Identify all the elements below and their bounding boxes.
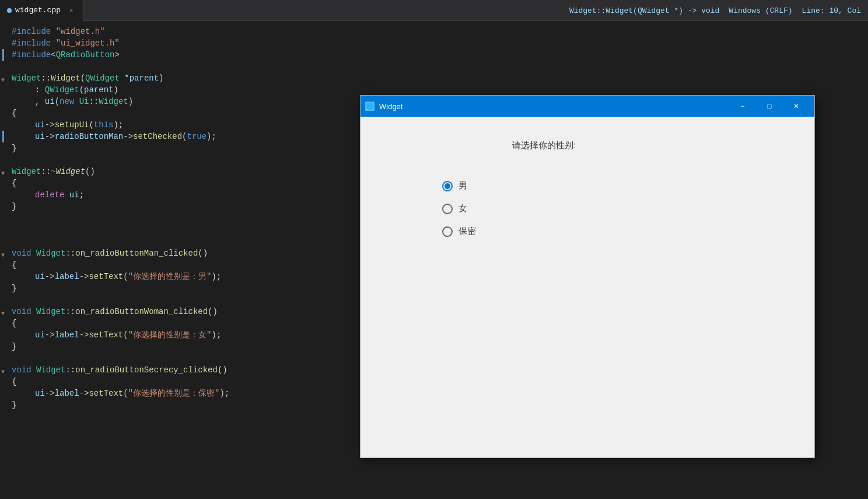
widget-title: Widget [379, 102, 724, 111]
radio-man-circle[interactable] [442, 181, 453, 191]
radio-option-secret[interactable]: 保密 [442, 226, 476, 237]
tab-close-button[interactable]: ✕ [66, 6, 76, 15]
radio-woman-circle[interactable] [442, 204, 453, 214]
collapse-arrow-3[interactable]: ▼ [1, 250, 5, 261]
radio-option-woman[interactable]: 女 [442, 203, 467, 214]
status-encoding: Windows (CRLF) [729, 6, 792, 15]
radio-secret-circle[interactable] [442, 226, 453, 237]
collapse-arrow-4[interactable]: ▼ [1, 308, 5, 320]
code-line-1: #include "widget.h" [9, 26, 868, 37]
tab-filename: widget.cpp [15, 6, 61, 15]
widget-titlebar: Widget − □ ✕ [360, 96, 814, 117]
radio-secret-label: 保密 [459, 226, 476, 237]
tab-modified-dot [7, 8, 12, 13]
status-position: Line: 10, Col [802, 6, 861, 15]
widget-close-button[interactable]: ✕ [783, 96, 810, 117]
gender-prompt-label: 请选择你的性别: [512, 140, 576, 151]
status-bar-top: Widget::Widget(QWidget *) -> void Window… [569, 0, 868, 21]
svg-rect-0 [366, 103, 373, 110]
code-line-3: #include<QRadioButton> [9, 49, 868, 61]
widget-content: 请选择你的性别: 男 女 保密 [360, 117, 814, 458]
breadcrumb-function: Widget::Widget(QWidget *) -> void [569, 6, 719, 15]
widget-window: Widget − □ ✕ 请选择你的性别: 男 女 保密 [360, 95, 815, 458]
widget-minimize-button[interactable]: − [729, 96, 756, 117]
radio-woman-label: 女 [459, 203, 467, 214]
widget-maximize-button[interactable]: □ [756, 96, 783, 117]
widget-app-icon [365, 102, 374, 111]
radio-man-label: 男 [459, 180, 467, 191]
widget-titlebar-controls: − □ ✕ [729, 96, 810, 117]
radio-option-man[interactable]: 男 [442, 180, 467, 191]
collapse-arrow-5[interactable]: ▼ [1, 367, 5, 378]
active-tab[interactable]: widget.cpp ✕ [0, 0, 83, 21]
code-line-5: ▼ Widget::Widget(QWidget *parent) [9, 72, 868, 84]
collapse-arrow-2[interactable]: ▼ [1, 168, 5, 180]
collapse-arrow-1[interactable]: ▼ [1, 75, 5, 86]
code-line-6: : QWidget(parent) [9, 84, 868, 96]
code-line-4 [9, 61, 868, 72]
radio-man-inner [444, 183, 450, 189]
code-line-2: #include "ui_widget.h" [9, 37, 868, 49]
tab-bar: widget.cpp ✕ Widget::Widget(QWidget *) -… [0, 0, 868, 21]
